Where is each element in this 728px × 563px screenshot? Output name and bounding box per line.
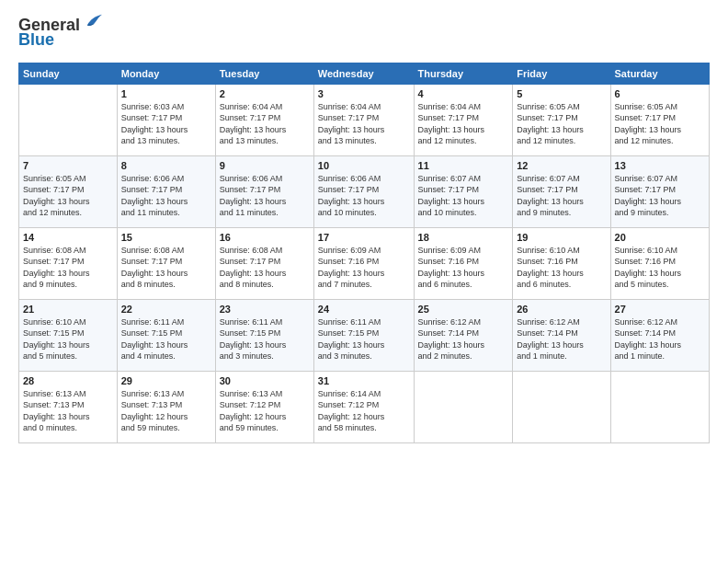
day-number: 12 <box>517 160 606 171</box>
day-number: 23 <box>220 304 310 315</box>
day-number: 10 <box>318 160 410 171</box>
day-number: 22 <box>121 304 211 315</box>
week-row-1: 1Sunrise: 6:03 AMSunset: 7:17 PMDaylight… <box>19 84 710 155</box>
calendar-cell <box>19 84 118 155</box>
day-number: 9 <box>220 160 310 171</box>
day-info: Sunrise: 6:11 AMSunset: 7:15 PMDaylight:… <box>318 316 410 362</box>
calendar-cell: 16Sunrise: 6:08 AMSunset: 7:17 PMDayligh… <box>215 227 313 299</box>
day-number: 19 <box>517 232 606 243</box>
calendar-table: Sunday Monday Tuesday Wednesday Thursday… <box>18 63 710 443</box>
calendar-cell <box>610 371 709 442</box>
day-number: 16 <box>220 232 310 243</box>
day-info: Sunrise: 6:03 AMSunset: 7:17 PMDaylight:… <box>121 101 211 147</box>
day-info: Sunrise: 6:08 AMSunset: 7:17 PMDaylight:… <box>23 245 113 291</box>
calendar-cell: 29Sunrise: 6:13 AMSunset: 7:13 PMDayligh… <box>117 371 215 442</box>
day-info: Sunrise: 6:05 AMSunset: 7:17 PMDaylight:… <box>517 101 606 147</box>
calendar-cell: 9Sunrise: 6:06 AMSunset: 7:17 PMDaylight… <box>215 155 313 227</box>
day-number: 2 <box>220 88 310 99</box>
day-number: 6 <box>615 88 705 99</box>
day-info: Sunrise: 6:04 AMSunset: 7:17 PMDaylight:… <box>318 101 410 147</box>
day-number: 31 <box>318 375 410 386</box>
header: General Blue <box>18 17 710 50</box>
day-info: Sunrise: 6:10 AMSunset: 7:15 PMDaylight:… <box>23 316 113 362</box>
calendar-cell <box>513 371 610 442</box>
col-saturday: Saturday <box>610 63 709 84</box>
logo: General Blue <box>18 17 102 50</box>
day-info: Sunrise: 6:05 AMSunset: 7:17 PMDaylight:… <box>615 101 705 147</box>
day-number: 21 <box>23 304 113 315</box>
calendar-cell: 1Sunrise: 6:03 AMSunset: 7:17 PMDaylight… <box>117 84 215 155</box>
day-info: Sunrise: 6:09 AMSunset: 7:16 PMDaylight:… <box>418 245 509 291</box>
day-number: 17 <box>318 232 410 243</box>
day-info: Sunrise: 6:10 AMSunset: 7:16 PMDaylight:… <box>615 245 705 291</box>
calendar-cell: 24Sunrise: 6:11 AMSunset: 7:15 PMDayligh… <box>313 299 414 371</box>
day-number: 25 <box>418 304 509 315</box>
day-number: 5 <box>517 88 606 99</box>
day-number: 20 <box>615 232 705 243</box>
col-tuesday: Tuesday <box>215 63 313 84</box>
day-info: Sunrise: 6:13 AMSunset: 7:12 PMDaylight:… <box>220 388 310 434</box>
day-info: Sunrise: 6:11 AMSunset: 7:15 PMDaylight:… <box>121 316 211 362</box>
page: General Blue Sunday Monday Tuesday We <box>0 0 728 453</box>
calendar-cell: 27Sunrise: 6:12 AMSunset: 7:14 PMDayligh… <box>610 299 709 371</box>
day-number: 11 <box>418 160 509 171</box>
day-number: 4 <box>418 88 509 99</box>
calendar-body: 1Sunrise: 6:03 AMSunset: 7:17 PMDaylight… <box>19 84 710 442</box>
day-number: 28 <box>23 375 113 386</box>
calendar-cell: 17Sunrise: 6:09 AMSunset: 7:16 PMDayligh… <box>313 227 414 299</box>
col-thursday: Thursday <box>414 63 513 84</box>
day-info: Sunrise: 6:11 AMSunset: 7:15 PMDaylight:… <box>220 316 310 362</box>
day-info: Sunrise: 6:12 AMSunset: 7:14 PMDaylight:… <box>517 316 606 362</box>
calendar-cell: 5Sunrise: 6:05 AMSunset: 7:17 PMDaylight… <box>513 84 610 155</box>
day-number: 27 <box>615 304 705 315</box>
day-info: Sunrise: 6:08 AMSunset: 7:17 PMDaylight:… <box>220 245 310 291</box>
day-info: Sunrise: 6:13 AMSunset: 7:13 PMDaylight:… <box>121 388 211 434</box>
col-monday: Monday <box>117 63 215 84</box>
calendar-cell: 20Sunrise: 6:10 AMSunset: 7:16 PMDayligh… <box>610 227 709 299</box>
header-row: Sunday Monday Tuesday Wednesday Thursday… <box>19 63 710 84</box>
day-info: Sunrise: 6:06 AMSunset: 7:17 PMDaylight:… <box>121 173 211 219</box>
day-info: Sunrise: 6:12 AMSunset: 7:14 PMDaylight:… <box>418 316 509 362</box>
calendar-cell: 11Sunrise: 6:07 AMSunset: 7:17 PMDayligh… <box>414 155 513 227</box>
day-info: Sunrise: 6:07 AMSunset: 7:17 PMDaylight:… <box>517 173 606 219</box>
logo-bird-icon <box>82 11 102 31</box>
calendar-cell: 2Sunrise: 6:04 AMSunset: 7:17 PMDaylight… <box>215 84 313 155</box>
calendar-cell: 13Sunrise: 6:07 AMSunset: 7:17 PMDayligh… <box>610 155 709 227</box>
day-number: 3 <box>318 88 410 99</box>
calendar-cell: 19Sunrise: 6:10 AMSunset: 7:16 PMDayligh… <box>513 227 610 299</box>
day-info: Sunrise: 6:05 AMSunset: 7:17 PMDaylight:… <box>23 173 113 219</box>
day-info: Sunrise: 6:13 AMSunset: 7:13 PMDaylight:… <box>23 388 113 434</box>
day-number: 13 <box>615 160 705 171</box>
day-number: 26 <box>517 304 606 315</box>
calendar-cell <box>414 371 513 442</box>
day-info: Sunrise: 6:12 AMSunset: 7:14 PMDaylight:… <box>615 316 705 362</box>
calendar-cell: 25Sunrise: 6:12 AMSunset: 7:14 PMDayligh… <box>414 299 513 371</box>
day-number: 14 <box>23 232 113 243</box>
calendar-cell: 22Sunrise: 6:11 AMSunset: 7:15 PMDayligh… <box>117 299 215 371</box>
calendar-cell: 23Sunrise: 6:11 AMSunset: 7:15 PMDayligh… <box>215 299 313 371</box>
calendar-cell: 12Sunrise: 6:07 AMSunset: 7:17 PMDayligh… <box>513 155 610 227</box>
calendar-cell: 30Sunrise: 6:13 AMSunset: 7:12 PMDayligh… <box>215 371 313 442</box>
day-number: 15 <box>121 232 211 243</box>
week-row-5: 28Sunrise: 6:13 AMSunset: 7:13 PMDayligh… <box>19 371 710 442</box>
day-number: 1 <box>121 88 211 99</box>
day-number: 30 <box>220 375 310 386</box>
calendar-cell: 28Sunrise: 6:13 AMSunset: 7:13 PMDayligh… <box>19 371 118 442</box>
calendar-cell: 31Sunrise: 6:14 AMSunset: 7:12 PMDayligh… <box>313 371 414 442</box>
day-info: Sunrise: 6:06 AMSunset: 7:17 PMDaylight:… <box>220 173 310 219</box>
day-number: 7 <box>23 160 113 171</box>
day-info: Sunrise: 6:14 AMSunset: 7:12 PMDaylight:… <box>318 388 410 434</box>
day-number: 24 <box>318 304 410 315</box>
col-wednesday: Wednesday <box>313 63 414 84</box>
calendar-cell: 21Sunrise: 6:10 AMSunset: 7:15 PMDayligh… <box>19 299 118 371</box>
calendar-cell: 8Sunrise: 6:06 AMSunset: 7:17 PMDaylight… <box>117 155 215 227</box>
day-info: Sunrise: 6:06 AMSunset: 7:17 PMDaylight:… <box>318 173 410 219</box>
day-number: 8 <box>121 160 211 171</box>
calendar-cell: 26Sunrise: 6:12 AMSunset: 7:14 PMDayligh… <box>513 299 610 371</box>
calendar-cell: 15Sunrise: 6:08 AMSunset: 7:17 PMDayligh… <box>117 227 215 299</box>
week-row-3: 14Sunrise: 6:08 AMSunset: 7:17 PMDayligh… <box>19 227 710 299</box>
calendar-cell: 3Sunrise: 6:04 AMSunset: 7:17 PMDaylight… <box>313 84 414 155</box>
calendar-cell: 10Sunrise: 6:06 AMSunset: 7:17 PMDayligh… <box>313 155 414 227</box>
calendar-cell: 14Sunrise: 6:08 AMSunset: 7:17 PMDayligh… <box>19 227 118 299</box>
day-number: 18 <box>418 232 509 243</box>
